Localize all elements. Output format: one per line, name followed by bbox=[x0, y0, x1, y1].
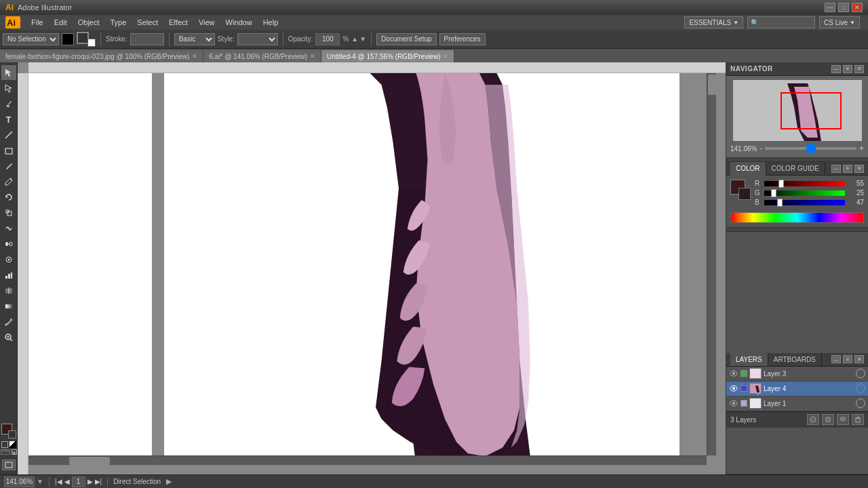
navigator-close-btn[interactable]: ✕ bbox=[854, 65, 864, 73]
tab-1-close[interactable]: ✕ bbox=[192, 53, 197, 60]
layer-3-visibility[interactable] bbox=[729, 369, 738, 378]
zoom-dropdown[interactable]: ▼ bbox=[37, 478, 43, 485]
eyedropper-tool[interactable] bbox=[1, 314, 16, 329]
layer-row-3[interactable]: Layer 3 bbox=[726, 367, 868, 382]
layers-make-sublayer-btn[interactable] bbox=[807, 414, 819, 425]
scrollbar-vertical[interactable] bbox=[707, 73, 716, 455]
maximize-button[interactable]: □ bbox=[838, 3, 849, 12]
pen-tool[interactable] bbox=[1, 96, 16, 111]
color-tab-color[interactable]: COLOR bbox=[730, 162, 766, 176]
scale-tool[interactable] bbox=[1, 205, 16, 220]
page-start-btn[interactable]: |◀ bbox=[55, 478, 62, 485]
navigator-minimize-btn[interactable]: — bbox=[831, 65, 841, 73]
fill-color[interactable] bbox=[62, 33, 74, 45]
layer-1-target[interactable] bbox=[856, 399, 865, 408]
tab-2-close[interactable]: ✕ bbox=[310, 53, 315, 60]
tab-2[interactable]: 6.ai* @ 141.06% (RGB/Preview) ✕ bbox=[203, 50, 321, 62]
menu-select[interactable]: Select bbox=[132, 15, 163, 30]
cs-live-button[interactable]: CS Live ▼ bbox=[819, 16, 860, 28]
page-input[interactable] bbox=[72, 476, 85, 487]
menu-file[interactable]: File bbox=[26, 15, 49, 30]
color-spectrum[interactable] bbox=[730, 212, 864, 223]
style-select[interactable] bbox=[237, 33, 278, 45]
pencil-tool[interactable] bbox=[1, 174, 16, 189]
minimize-button[interactable]: — bbox=[825, 3, 835, 12]
page-next-btn[interactable]: ▶ bbox=[87, 478, 93, 485]
menu-view[interactable]: View bbox=[193, 15, 220, 30]
channel-r-thumb[interactable] bbox=[778, 180, 784, 188]
rotate-tool[interactable] bbox=[1, 190, 16, 205]
navigator-zoom-slider[interactable] bbox=[765, 147, 856, 150]
color-tab-guide[interactable]: COLOR GUIDE bbox=[766, 162, 825, 176]
channel-b-thumb[interactable] bbox=[777, 199, 783, 207]
blend-tool[interactable] bbox=[1, 237, 16, 251]
page-prev-btn[interactable]: ◀ bbox=[64, 478, 70, 485]
search-bar[interactable]: 🔍 bbox=[747, 16, 815, 28]
paintbrush-tool[interactable] bbox=[1, 159, 16, 174]
direct-selection-tool[interactable] bbox=[1, 81, 16, 96]
tab-1[interactable]: female-fashion-figure-croqui-023.jpg @ 1… bbox=[0, 50, 203, 62]
menu-help[interactable]: Help bbox=[258, 15, 284, 30]
brush-select[interactable]: Basic bbox=[174, 33, 215, 45]
tab-layers[interactable]: LAYERS bbox=[730, 352, 768, 366]
navigator-zoom-out[interactable]: - bbox=[760, 144, 762, 153]
navigator-options-btn[interactable]: ≡ bbox=[843, 65, 852, 73]
line-tool[interactable] bbox=[1, 127, 16, 142]
color-close-btn[interactable]: ✕ bbox=[854, 165, 864, 173]
navigator-viewport-box[interactable] bbox=[781, 92, 842, 129]
type-tool[interactable]: T bbox=[1, 112, 16, 127]
screen-mode-normal[interactable] bbox=[2, 460, 16, 470]
menu-type[interactable]: Type bbox=[105, 15, 132, 30]
color-mode[interactable] bbox=[1, 449, 10, 455]
warp-tool[interactable] bbox=[1, 221, 16, 236]
menu-object[interactable]: Object bbox=[73, 15, 105, 30]
color-minimize-btn[interactable]: — bbox=[831, 165, 841, 173]
layers-minimize-btn[interactable]: — bbox=[831, 355, 841, 363]
symbol-tool[interactable] bbox=[1, 252, 16, 267]
layers-panel-controls: — ≡ ✕ bbox=[831, 355, 864, 363]
layer-4-target[interactable] bbox=[856, 384, 865, 393]
scrollbar-horizontal[interactable] bbox=[28, 455, 707, 465]
stroke-style-box[interactable] bbox=[130, 33, 164, 45]
column-graph-tool[interactable] bbox=[1, 268, 16, 283]
page-end-btn[interactable]: ▶| bbox=[95, 478, 102, 485]
menu-edit[interactable]: Edit bbox=[49, 15, 73, 30]
zoom-input[interactable] bbox=[4, 476, 35, 487]
layers-close-btn[interactable]: ✕ bbox=[854, 355, 864, 363]
preferences-button[interactable]: Preferences bbox=[439, 33, 486, 45]
opacity-input[interactable] bbox=[315, 33, 340, 45]
layers-options-btn[interactable]: ≡ bbox=[843, 355, 852, 363]
color-options-btn[interactable]: ≡ bbox=[843, 165, 852, 173]
layers-delete-btn[interactable] bbox=[852, 414, 864, 425]
none-color[interactable] bbox=[1, 441, 8, 448]
tab-3[interactable]: Untitled-4 @ 157.56% (RGB/Preview) ✕ bbox=[321, 50, 454, 62]
essentials-button[interactable]: ESSENTIALS ▼ bbox=[684, 16, 743, 28]
gradient-fill[interactable]: ▣ bbox=[12, 449, 17, 455]
selection-tool[interactable] bbox=[1, 65, 16, 80]
navigator-zoom-in[interactable]: + bbox=[859, 144, 864, 153]
selection-dropdown[interactable]: No Selection bbox=[3, 33, 59, 45]
close-button[interactable]: ✕ bbox=[852, 3, 863, 12]
gradient-tool[interactable] bbox=[1, 299, 16, 314]
default-colors[interactable] bbox=[9, 441, 16, 448]
layer-row-4[interactable]: Layer 4 bbox=[726, 382, 868, 396]
document-setup-button[interactable]: Document Setup bbox=[376, 33, 437, 45]
channel-g-thumb[interactable] bbox=[771, 189, 776, 197]
background-swatch[interactable] bbox=[738, 188, 751, 200]
rect-tool[interactable] bbox=[1, 143, 16, 158]
navigator-panel-header: NAVIGATOR — ≡ ✕ bbox=[726, 62, 868, 76]
menu-window[interactable]: Window bbox=[220, 15, 258, 30]
layers-create-new-layer-btn[interactable] bbox=[837, 414, 849, 425]
layer-row-1[interactable]: Layer 1 bbox=[726, 396, 868, 411]
layer-3-target[interactable] bbox=[856, 369, 865, 378]
menu-effect[interactable]: Effect bbox=[163, 15, 193, 30]
background-color[interactable] bbox=[8, 430, 16, 439]
layer-1-visibility[interactable] bbox=[729, 399, 738, 408]
canvas-main[interactable] bbox=[164, 73, 679, 465]
layer-4-visibility[interactable] bbox=[729, 384, 738, 393]
mesh-tool[interactable] bbox=[1, 283, 16, 298]
zoom-tool[interactable] bbox=[1, 330, 16, 345]
layers-create-new-sublayer-btn[interactable] bbox=[822, 414, 834, 425]
tab-3-close[interactable]: ✕ bbox=[443, 53, 448, 60]
tab-artboards[interactable]: ARTBOARDS bbox=[768, 352, 822, 366]
